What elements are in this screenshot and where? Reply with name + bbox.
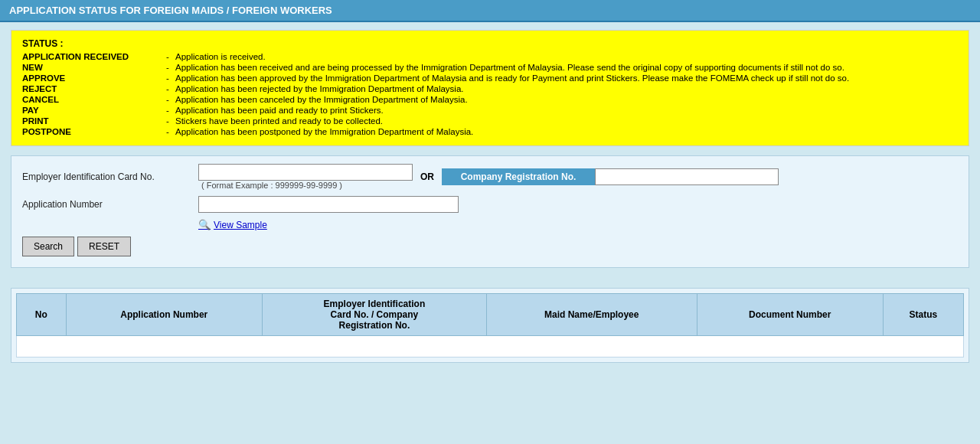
- reset-button[interactable]: RESET: [77, 237, 131, 256]
- status-key-pay: PAY: [22, 106, 160, 115]
- status-key-print: PRINT: [22, 116, 160, 126]
- results-table-section: No Application Number Employer Identific…: [11, 288, 969, 363]
- status-row-pay: PAY - Application has been paid and read…: [22, 106, 958, 115]
- employer-id-input[interactable]: [198, 164, 413, 181]
- employer-id-label: Employer Identification Card No.: [22, 171, 198, 182]
- status-key-new: NEW: [22, 63, 160, 72]
- application-number-label: Application Number: [22, 199, 198, 210]
- status-key-cancel: CANCEL: [22, 95, 160, 104]
- employer-id-wrapper: ( Format Example : 999999-99-9999 ): [198, 164, 413, 190]
- results-table: No Application Number Employer Identific…: [16, 293, 964, 357]
- page-header: APPLICATION STATUS FOR FOREIGN MAIDS / F…: [0, 0, 980, 22]
- company-reg-input[interactable]: [595, 168, 779, 185]
- status-row-new: NEW - Application has been received and …: [22, 63, 958, 72]
- status-key-received: APPLICATION RECEIVED: [22, 52, 160, 61]
- col-employer-id: Employer IdentificationCard No. / Compan…: [262, 294, 486, 336]
- status-legend-box: STATUS : APPLICATION RECEIVED - Applicat…: [11, 30, 969, 146]
- col-maid-name: Maid Name/Employee: [486, 294, 697, 336]
- status-row-approve: APPROVE - Application has been approved …: [22, 73, 958, 83]
- magnifier-icon: 🔍: [198, 219, 211, 230]
- view-sample-link[interactable]: 🔍 View Sample: [198, 219, 267, 230]
- status-legend-title: STATUS :: [22, 38, 958, 49]
- view-sample-row: 🔍 View Sample: [198, 219, 958, 230]
- status-key-approve: APPROVE: [22, 73, 160, 83]
- status-row-postpone: POSTPONE - Application has been postpone…: [22, 127, 958, 136]
- status-row-received: APPLICATION RECEIVED - Application is re…: [22, 52, 958, 61]
- application-number-row: Application Number: [22, 196, 958, 213]
- company-reg-label: Company Registration No.: [442, 168, 595, 185]
- employer-id-row: Employer Identification Card No. ( Forma…: [22, 164, 958, 190]
- status-row-cancel: CANCEL - Application has been canceled b…: [22, 95, 958, 104]
- col-application-number: Application Number: [66, 294, 262, 336]
- view-sample-label: View Sample: [214, 220, 267, 230]
- status-key-reject: REJECT: [22, 84, 160, 93]
- table-header-row: No Application Number Employer Identific…: [17, 294, 964, 336]
- application-number-input[interactable]: [198, 196, 459, 213]
- col-status: Status: [883, 294, 963, 336]
- status-row-print: PRINT - Stickers have been printed and r…: [22, 116, 958, 126]
- status-row-reject: REJECT - Application has been rejected b…: [22, 84, 958, 93]
- status-key-postpone: POSTPONE: [22, 127, 160, 136]
- or-separator: OR: [420, 171, 434, 182]
- table-empty-cell: [17, 336, 964, 357]
- col-no: No: [17, 294, 67, 336]
- employer-id-format-hint: ( Format Example : 999999-99-9999 ): [201, 181, 413, 190]
- form-buttons: Search RESET: [22, 237, 958, 256]
- search-form: Employer Identification Card No. ( Forma…: [11, 155, 969, 268]
- search-button[interactable]: Search: [22, 237, 74, 256]
- table-empty-row: [17, 336, 964, 357]
- page-title: APPLICATION STATUS FOR FOREIGN MAIDS / F…: [9, 5, 332, 16]
- col-document-number: Document Number: [697, 294, 883, 336]
